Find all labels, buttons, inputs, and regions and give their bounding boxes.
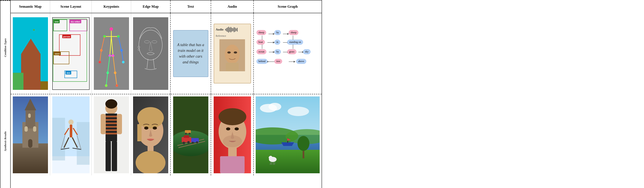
svg-point-12 [122, 61, 124, 63]
sg-sheep1: sheep [256, 30, 266, 35]
svg-rect-118 [220, 156, 244, 173]
sm-dot [33, 29, 35, 31]
svg-rect-102 [184, 135, 189, 138]
synthesis-keypoints-cell [92, 94, 131, 175]
svg-point-35 [225, 45, 240, 64]
svg-rect-57 [28, 113, 31, 118]
svg-rect-79 [106, 119, 117, 121]
header-semantic-map: Semantic Map [11, 1, 50, 13]
svg-rect-78 [106, 116, 117, 117]
main-container: Condition Types Synthesis Results Semant… [0, 0, 322, 188]
svg-rect-63 [52, 118, 65, 160]
svg-rect-81 [106, 126, 117, 128]
header-row: Semantic Map Scene Layout Keypoints Edge… [11, 1, 322, 13]
sg-by2: by [274, 49, 281, 54]
svg-rect-80 [106, 122, 117, 124]
condition-types-row: tree sky-other person snow skis [11, 13, 322, 94]
scene-graph-cell: sheep by sheep boat in standing on ocean… [254, 13, 322, 94]
synthesis-scene-cell [50, 94, 92, 175]
semantic-map-image [13, 17, 48, 90]
synthesis-scene-graph-cell [254, 94, 322, 175]
svg-rect-84 [101, 114, 106, 134]
header-keypoints: Keypoints [92, 1, 131, 13]
synthesis-landscape-photo [256, 96, 320, 173]
svg-line-11 [122, 50, 123, 62]
text-card: A table that has a train model on it wit… [173, 30, 208, 77]
sg-above: above [296, 59, 306, 64]
svg-rect-92 [137, 124, 142, 141]
sg-boat: boat [256, 40, 265, 45]
svg-point-107 [196, 141, 198, 143]
svg-point-0 [110, 27, 113, 31]
wave-bar [235, 28, 236, 32]
beckham-svg [214, 96, 251, 173]
wave-bar [234, 27, 234, 32]
svg-rect-53 [13, 143, 48, 173]
edge-map-cell [131, 13, 170, 94]
keypoints-cell [92, 13, 131, 94]
synthesis-skiing-photo [52, 96, 90, 173]
wave-bar [225, 29, 226, 31]
sg-ocean: ocean [256, 49, 266, 54]
sl-outer-box [53, 19, 87, 82]
svg-point-36 [227, 51, 231, 54]
sg-sheep2: sheep [289, 30, 298, 35]
svg-line-24 [115, 73, 117, 86]
edge-map-image [133, 17, 168, 90]
svg-point-93 [144, 126, 148, 129]
semantic-map-cell [11, 13, 50, 94]
wave-bar [232, 28, 232, 32]
svg-rect-86 [106, 141, 111, 171]
svg-point-134 [298, 136, 310, 151]
reference-photo [220, 39, 245, 71]
skiing-svg [52, 96, 90, 173]
svg-point-104 [187, 141, 190, 144]
train-svg [173, 96, 208, 173]
landscape-svg [256, 96, 320, 173]
svg-point-109 [185, 133, 187, 134]
reference-photo-svg [220, 39, 245, 71]
keypoints-svg [94, 17, 129, 90]
svg-rect-58 [24, 126, 28, 132]
edge-map-svg [133, 17, 168, 90]
audio-label: Audio [216, 28, 224, 31]
synthesis-semantic-cell [11, 94, 50, 175]
svg-point-113 [218, 108, 246, 125]
row-labels: Condition Types Synthesis Results [0, 1, 11, 188]
scene-graph: sheep by sheep boat in standing on ocean… [256, 17, 320, 90]
synthesis-fashion-photo [94, 96, 129, 173]
svg-rect-38 [226, 63, 238, 71]
synthesis-text-cell [170, 94, 211, 175]
svg-point-106 [192, 142, 194, 144]
sg-grass: grass [287, 49, 296, 54]
svg-point-65 [68, 119, 74, 125]
header-text: Text [170, 1, 211, 13]
condition-types-label: Condition Types [0, 1, 10, 94]
text-cell: A table that has a train model on it wit… [170, 13, 211, 94]
svg-point-103 [182, 142, 185, 144]
audio-cell: Audio [211, 13, 254, 94]
sg-behind: behind [256, 59, 268, 64]
svg-line-14 [111, 37, 113, 56]
svg-line-7 [100, 50, 101, 62]
reference-label: Reference [216, 34, 226, 38]
synthesis-church-photo [13, 96, 48, 173]
svg-point-21 [105, 84, 108, 87]
scene-layout-image: tree sky-other person snow skis [52, 17, 90, 90]
audio-top: Audio [216, 27, 249, 33]
sg-tree: tree [274, 59, 282, 64]
church-svg [13, 96, 48, 173]
rows-container: tree sky-other person snow skis [11, 13, 322, 188]
svg-rect-26 [133, 17, 168, 90]
wave-bar [237, 28, 238, 32]
svg-rect-87 [112, 141, 117, 171]
synthesis-results-label: Synthesis Results [0, 94, 10, 188]
svg-rect-108 [185, 130, 191, 133]
fashion-svg [94, 96, 129, 173]
svg-point-136 [268, 103, 281, 111]
svg-marker-124 [281, 142, 294, 146]
svg-point-114 [226, 127, 230, 130]
synthesis-portrait-photo [133, 96, 168, 173]
svg-point-96 [136, 151, 166, 173]
svg-point-128 [269, 156, 272, 160]
